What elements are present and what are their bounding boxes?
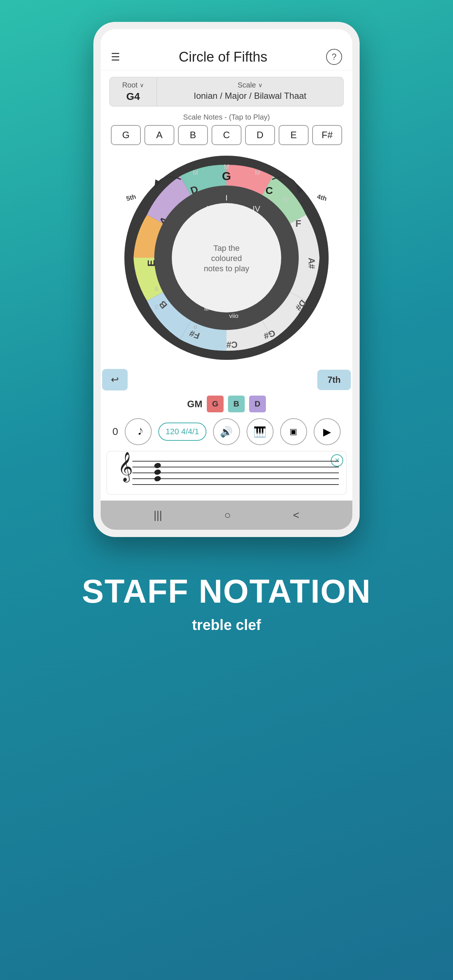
svg-text:Tap the: Tap the (214, 243, 239, 253)
scale-value: Ionian / Major / Bilawal Thaat (164, 91, 336, 101)
scale-notes-label: Scale Notes - (Tap to Play) (100, 113, 353, 121)
note-btn-b[interactable]: B (178, 125, 208, 145)
svg-text:m: m (153, 286, 160, 291)
piano-button[interactable]: 🎹 (247, 418, 274, 445)
root-label: Root ∨ (117, 81, 149, 89)
app-title: Circle of Fifths (179, 49, 267, 65)
scale-selector[interactable]: Scale ∨ Ionian / Major / Bilawal Thaat (157, 77, 344, 107)
circle-container: 5th 4th (100, 150, 353, 365)
piano-icon: 🎹 (254, 426, 266, 438)
undo-button[interactable]: ↩ (102, 369, 128, 390)
phone-shell: ☰ Circle of Fifths ? Root ∨ G4 Scale ∨ I… (93, 22, 360, 537)
loop-icon: ▣ (290, 427, 297, 436)
svg-text:notes to play: notes to play (204, 264, 249, 273)
tempo-button[interactable]: 120 4/4/1 (158, 423, 206, 441)
root-value: G4 (117, 91, 149, 102)
hamburger-icon[interactable]: ☰ (111, 51, 120, 63)
loop-button[interactable]: ▣ (280, 418, 307, 445)
note-btn-e[interactable]: E (279, 125, 309, 145)
treble-clef-subtext: treble clef (82, 617, 371, 633)
chord-row: GM G B D (100, 396, 353, 412)
chord-note-g[interactable]: G (207, 396, 223, 412)
svg-text:M: M (193, 169, 198, 177)
svg-text:A#: A# (307, 258, 317, 269)
note-btn-fsharp[interactable]: F# (312, 125, 342, 145)
app-header: ☰ Circle of Fifths ? (100, 44, 353, 70)
svg-text:coloured: coloured (211, 254, 242, 263)
chord-note-b[interactable]: B (228, 396, 245, 412)
svg-text:M: M (224, 163, 230, 170)
speaker-button[interactable]: 🔊 (213, 418, 240, 445)
nav-bar: ||| ○ < (100, 501, 353, 530)
seventh-button[interactable]: 7th (317, 370, 351, 390)
circle-of-fifths-svg: G C F A# D# G# C# F# B E A D M M M M (119, 150, 334, 365)
chord-label: GM (187, 398, 203, 410)
staff-notation-area: ✕ 𝄞 (107, 451, 346, 495)
note-btn-c[interactable]: C (212, 125, 241, 145)
note-btn-g[interactable]: G (111, 125, 141, 145)
metronome-button[interactable]: 𝅘𝅥𝅮 (125, 418, 152, 445)
chord-note-d[interactable]: D (249, 396, 266, 412)
svg-text:C#: C# (226, 340, 238, 350)
note-btn-a[interactable]: A (144, 125, 174, 145)
transport-number: 0 (112, 426, 118, 438)
help-icon[interactable]: ? (326, 49, 342, 65)
treble-clef-symbol: 𝄞 (118, 453, 133, 479)
home-icon[interactable]: ○ (224, 509, 231, 521)
recent-apps-icon[interactable]: ||| (153, 509, 162, 521)
speaker-icon: 🔊 (220, 426, 233, 438)
svg-text:m: m (153, 304, 160, 309)
staff-lines: 𝄞 (132, 457, 339, 486)
phone-screen: ☰ Circle of Fifths ? Root ∨ G4 Scale ∨ I… (100, 29, 353, 530)
scale-label: Scale ∨ (164, 81, 336, 89)
status-bar (100, 29, 353, 44)
transport-row: 0 𝅘𝅥𝅮 120 4/4/1 🔊 🎹 ▣ ▶ (100, 418, 353, 445)
note-btn-d[interactable]: D (245, 125, 275, 145)
play-icon: ▶ (323, 426, 331, 438)
svg-text:G: G (222, 170, 231, 183)
bottom-text-section: STAFF NOTATION treble clef (82, 559, 371, 662)
root-selector[interactable]: Root ∨ G4 (109, 77, 157, 107)
root-scale-row: Root ∨ G4 Scale ∨ Ionian / Major / Bilaw… (109, 77, 344, 107)
svg-text:F: F (295, 218, 301, 229)
svg-text:M: M (255, 169, 260, 177)
undo-seventh-row: ↩ 7th (100, 369, 353, 390)
svg-text:C: C (266, 185, 273, 196)
play-button[interactable]: ▶ (314, 418, 341, 445)
svg-text:I: I (225, 193, 228, 202)
back-icon[interactable]: < (293, 509, 300, 521)
scale-notes-row: G A B C D E F# (108, 125, 345, 145)
staff-notation-heading: STAFF NOTATION (82, 573, 371, 609)
svg-text:o: o (194, 324, 197, 330)
svg-text:viio: viio (229, 312, 239, 320)
